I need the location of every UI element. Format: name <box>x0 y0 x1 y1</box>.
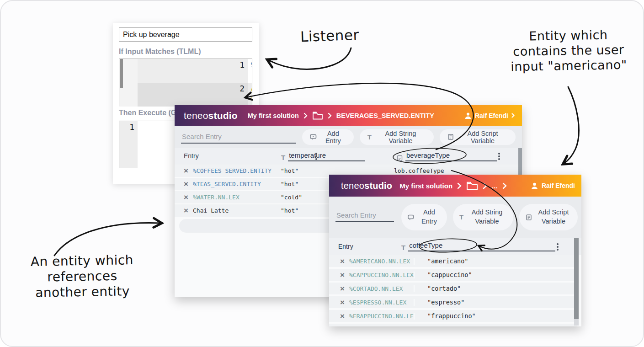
script-variable-column[interactable]: beverageType <box>397 151 497 161</box>
script-variable-icon <box>397 155 403 161</box>
breadcrumb-solution[interactable]: My first solution <box>399 182 452 190</box>
table-row[interactable]: × %CAPPUCCINO.NN.LEX "cappuccino" <box>329 269 577 281</box>
coffee-type-value[interactable]: "americano" <box>415 257 577 265</box>
user-menu[interactable]: Raif Efendi <box>464 112 515 119</box>
screenshot-canvas: If Input Matches (TLML) 1 %BEVERAGES_SER… <box>0 0 644 347</box>
string-variable-column[interactable]: T coffeeType <box>401 241 555 251</box>
string-variable-column[interactable]: T temperature <box>281 151 365 161</box>
annotation-entity-contains: Entity which contains the user input "am… <box>490 27 644 75</box>
table-scrollbar[interactable] <box>574 238 579 326</box>
entry-name[interactable]: %CORTADO.NN.LEX <box>349 285 415 292</box>
line-number: 1 <box>138 59 248 71</box>
add-script-variable-button[interactable]: Add Script Variable <box>519 204 578 230</box>
add-string-variable-button[interactable]: T Add String Variable <box>453 204 513 230</box>
beverage-type-value[interactable]: lob.coffeeType <box>394 167 522 174</box>
annotation-entity-references: An entity which references another entit… <box>9 252 156 301</box>
tlml-code-editor[interactable]: 1 %BEVERAGES_SERVED .ENTITY^{ 2 orderedB… <box>119 59 252 106</box>
breadcrumb-solution[interactable]: My first solution <box>248 112 299 119</box>
flow-name-input[interactable] <box>119 27 252 42</box>
coffee-type-value[interactable]: "frappuccino" <box>415 312 577 320</box>
toolbar: Add Entry T Add String Variable Add Scri… <box>329 197 581 238</box>
delete-entry-icon[interactable]: × <box>335 312 349 320</box>
delete-entry-icon[interactable]: × <box>179 207 193 214</box>
add-entry-label: Add Entry <box>320 130 346 144</box>
column-menu-icon[interactable] <box>498 153 500 155</box>
add-string-variable-button[interactable]: T Add String Variable <box>360 129 434 145</box>
chevron-right-icon <box>502 182 507 189</box>
delete-entry-icon[interactable]: × <box>335 285 349 293</box>
entry-column-header: Entry <box>184 152 199 160</box>
coffee-type-value[interactable]: "espresso" <box>415 299 577 306</box>
breadcrumb-page: BEVERAGES_SERVED.ENTITY <box>336 112 434 119</box>
table-scrollbar[interactable] <box>518 148 522 177</box>
breadcrumb: My first solution ... <box>399 181 511 191</box>
delete-entry-icon[interactable]: × <box>335 299 349 306</box>
string-type-icon: T <box>401 244 405 251</box>
code-line: .ENTITY^{ <box>248 71 252 83</box>
line-number: 1 <box>119 121 138 168</box>
entry-name[interactable]: Chai Latte <box>193 207 281 214</box>
entry-table: × %AMERICANO.NN.LEX "americano" × %CAPPU… <box>329 255 581 326</box>
entry-name[interactable]: %ESPRESSO.NN.LEX <box>349 299 415 306</box>
string-type-icon: T <box>367 133 372 141</box>
user-icon <box>464 112 472 119</box>
script-variable-icon <box>447 133 454 140</box>
breadcrumb: My first solution BEVERAGES_SERVED.ENTIT… <box>248 111 434 120</box>
editor-scrollbar[interactable] <box>119 59 138 107</box>
column-menu-icon[interactable] <box>315 153 317 155</box>
delete-entry-icon[interactable]: × <box>179 167 193 175</box>
entry-name[interactable]: %CAPPUCCINO.NN.LEX <box>349 272 415 278</box>
delete-entry-icon[interactable]: × <box>335 271 349 279</box>
search-entry-input[interactable] <box>181 131 296 143</box>
breadcrumb-ellipsis[interactable]: ... <box>492 182 498 190</box>
variable-name-input[interactable]: coffeeType <box>408 241 555 251</box>
then-execute-heading: Then Execute (G <box>119 109 176 117</box>
add-string-label: Add String Variable <box>375 130 426 144</box>
table-row[interactable]: × %AMERICANO.NN.LEX "americano" <box>329 255 577 267</box>
folder-icon[interactable] <box>466 181 478 191</box>
chevron-right-icon <box>483 182 487 189</box>
entry-name[interactable]: %TEAS_SERVED.ENTITY <box>193 181 281 187</box>
app-header: teneostudio My first solution BEVERAGES_… <box>175 105 522 126</box>
coffee-type-value[interactable]: "cortado" <box>415 285 577 292</box>
teneo-studio-logo: teneostudio <box>341 181 392 191</box>
table-header: Entry T coffeeType <box>329 238 581 255</box>
table-row[interactable]: × %ESPRESSO.NN.LEX "espresso" <box>329 296 577 308</box>
string-type-icon: T <box>281 154 285 161</box>
add-entry-icon <box>408 214 414 220</box>
arrow-entity-references <box>54 223 161 256</box>
delete-entry-icon[interactable]: × <box>179 180 193 188</box>
chevron-right-icon <box>457 182 462 189</box>
add-entry-button[interactable]: Add Entry <box>302 129 354 145</box>
if-input-matches-heading: If Input Matches (TLML) <box>119 48 201 56</box>
entry-name[interactable]: %FRAPPUCCINO.NN.LEX <box>349 313 415 320</box>
table-row[interactable]: × %CORTADO.NN.LEX "cortado" <box>329 283 577 294</box>
table-row[interactable]: × %FRAPPUCCINO.NN.LEX "frappuccino" <box>329 310 577 322</box>
chevron-right-icon <box>303 112 308 119</box>
variable-name-input[interactable]: temperature <box>288 151 365 161</box>
toolbar: Add Entry T Add String Variable Add Scri… <box>175 126 522 148</box>
code-line: %BEVERAGES_SERVED <box>248 59 252 71</box>
column-menu-icon[interactable] <box>557 243 559 245</box>
entry-name[interactable]: %COFFEES_SERVED.ENTITY <box>193 167 281 174</box>
search-entry-input[interactable] <box>335 209 394 221</box>
teneo-studio-logo: teneostudio <box>184 110 238 121</box>
add-entry-label: Add Entry <box>418 208 441 226</box>
entry-name[interactable]: %WATER.NN.LEX <box>193 194 281 201</box>
temperature-value[interactable]: "hot" <box>281 167 394 174</box>
entry-name[interactable]: %AMERICANO.NN.LEX <box>349 258 415 265</box>
variable-name-input[interactable]: beverageType <box>405 151 497 161</box>
annotation-listener: Listener <box>300 27 359 46</box>
add-script-variable-button[interactable]: Add Script Variable <box>440 129 516 145</box>
user-name: Raif Efendi <box>542 182 575 189</box>
table-row <box>329 324 577 326</box>
folder-icon[interactable] <box>312 111 323 120</box>
coffee-type-value[interactable]: "cappuccino" <box>415 271 577 278</box>
add-string-label: Add String Variable <box>467 208 507 226</box>
user-menu[interactable]: Raif Efendi <box>531 182 575 190</box>
table-header: Entry T temperature beverageType <box>175 148 522 165</box>
delete-entry-icon[interactable]: × <box>179 193 193 201</box>
chevron-right-icon <box>328 112 332 119</box>
add-entry-button[interactable]: Add Entry <box>401 204 447 230</box>
delete-entry-icon[interactable]: × <box>335 257 349 265</box>
